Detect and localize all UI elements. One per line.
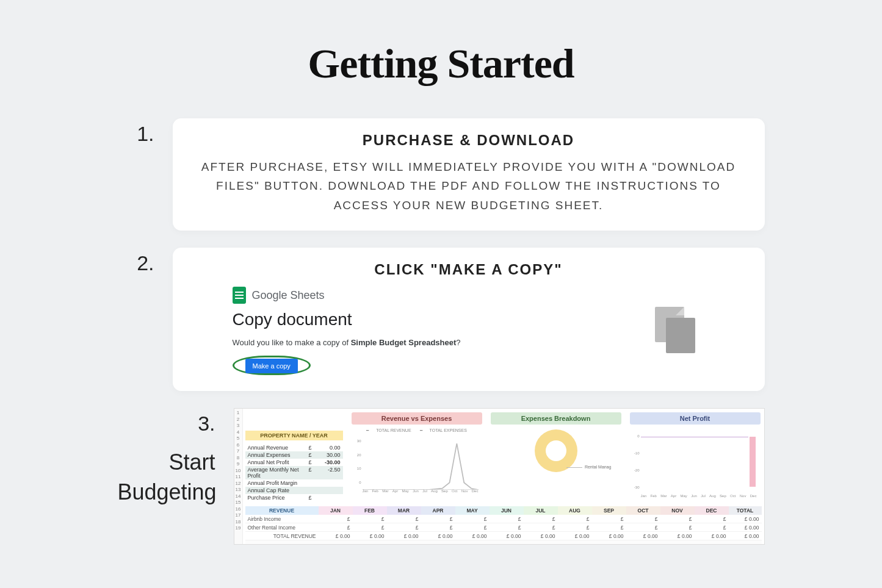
- chart-netprofit-title: Net Profit: [630, 412, 761, 425]
- month-header: APR: [421, 506, 455, 515]
- row-number: 10: [234, 468, 242, 475]
- metric-row: Annual Net Profit £ -30.00: [245, 459, 343, 466]
- chart-expbreak-title: Expenses Breakdown: [491, 412, 621, 425]
- revenue-cell: £: [353, 515, 387, 523]
- metric-currency: £: [309, 467, 316, 479]
- step-3: 3. Start Budgeting 123456789101112131415…: [118, 408, 765, 545]
- metric-row: Annual Profit Margin: [245, 479, 343, 487]
- revenue-cell: £: [592, 523, 626, 532]
- total-revenue-cell: £ 0.00: [421, 532, 455, 540]
- axis-month: Oct: [452, 489, 457, 493]
- total-revenue-cell: £ 0.00: [353, 532, 387, 540]
- total-revenue-cell: £ 0.00: [558, 532, 592, 540]
- metrics-panel: PROPERTY NAME / YEAR Annual Revenue £ 0.…: [245, 412, 343, 501]
- revenue-cell: £: [626, 523, 660, 532]
- month-header: REVENUE: [245, 506, 319, 515]
- month-header: JUL: [524, 506, 558, 515]
- metric-value: -30.00: [316, 459, 341, 465]
- total-revenue-cell: £ 0.00: [524, 532, 558, 540]
- chart-revenue-vs-expenses: Revenue vs Expenses ━TOTAL REVENUE ━TOTA…: [352, 412, 482, 494]
- step-1-card: PURCHASE & DOWNLOAD AFTER PURCHASE, ETSY…: [173, 118, 765, 231]
- revenue-cell: £: [558, 515, 592, 523]
- metric-label: Annual Profit Margin: [248, 480, 309, 486]
- make-a-copy-button[interactable]: Make a copy: [245, 359, 298, 373]
- axis-month: Jun: [413, 489, 419, 493]
- google-sheets-label: Google Sheets: [252, 289, 325, 302]
- row-number: 7: [234, 448, 242, 455]
- copy-document-question: Would you like to make a copy of Simple …: [233, 338, 650, 347]
- step-3-number: 3.: [118, 412, 215, 436]
- metric-currency: [309, 480, 316, 486]
- axis-tick: 30: [353, 439, 361, 443]
- revenue-row-label: Other Rental Income: [245, 523, 319, 532]
- axis-month: Oct: [730, 494, 736, 498]
- revenue-cell: £: [660, 523, 695, 532]
- axis-tick: 20: [353, 453, 361, 457]
- legend-total-expenses: TOTAL EXPENSES: [430, 428, 467, 432]
- metric-value: -2.50: [316, 467, 341, 479]
- revenue-row-total: £ 0.00: [729, 515, 762, 523]
- month-header: SEP: [592, 506, 626, 515]
- axis-month: Sep: [441, 489, 448, 493]
- step-3-label: 3. Start Budgeting: [118, 408, 234, 507]
- copy-question-suffix: ?: [456, 338, 460, 347]
- month-header: JUN: [490, 506, 524, 515]
- metric-label: Annual Net Profit: [248, 459, 309, 465]
- axis-month: Apr: [392, 489, 398, 493]
- axis-month: May: [402, 489, 408, 493]
- metric-label: Purchase Price: [248, 495, 309, 501]
- total-revenue-cell: £ 0.00: [490, 532, 524, 540]
- axis-month: May: [680, 494, 687, 498]
- row-number: 9: [234, 461, 242, 468]
- row-number: 4: [234, 429, 242, 436]
- metric-label: Annual Revenue: [248, 445, 309, 451]
- row-number: 17: [234, 512, 242, 519]
- metric-value: 0.00: [316, 445, 341, 451]
- step-1-card-body: AFTER PURCHASE, ETSY WILL IMMEDIATELY PR…: [196, 157, 742, 215]
- chart-revexp-title: Revenue vs Expenses: [352, 412, 482, 425]
- netprofit-line-icon: [641, 437, 748, 437]
- month-header: JAN: [319, 506, 353, 515]
- metric-label: Annual Expenses: [248, 452, 309, 458]
- revenue-cell: £: [524, 515, 558, 523]
- revenue-cell: £: [421, 515, 455, 523]
- chart-net-profit: Net Profit 0-10-20-30 JanFebMarAprMayJun…: [630, 412, 761, 499]
- total-revenue-total: £ 0.00: [729, 532, 762, 540]
- metric-label: Annual Cap Rate: [248, 487, 309, 493]
- row-number: 5: [234, 436, 242, 442]
- total-revenue-cell: £ 0.00: [660, 532, 695, 540]
- axis-tick: 0: [353, 481, 361, 484]
- metric-value: [316, 495, 341, 501]
- chart-revexp-legend: ━TOTAL REVENUE ━TOTAL EXPENSES: [352, 428, 482, 433]
- revenue-cell: £: [353, 523, 387, 532]
- metric-label: Average Monthly Net Profit: [248, 467, 309, 479]
- row-number: 16: [234, 506, 242, 513]
- revenue-cell: £: [421, 523, 455, 532]
- copy-question-docname: Simple Budget Spreadsheet: [351, 338, 457, 347]
- steps-container: 1. PURCHASE & DOWNLOAD AFTER PURCHASE, E…: [118, 118, 765, 545]
- revenue-cell: £: [455, 515, 490, 523]
- axis-month: Jul: [701, 494, 706, 498]
- axis-tick: -10: [631, 451, 640, 455]
- revenue-cell: £: [524, 523, 558, 532]
- step-3-word-2: Budgeting: [118, 478, 215, 507]
- axis-tick: 10: [353, 467, 361, 470]
- donut-chart-icon: Rental Manag: [535, 429, 577, 472]
- row-number: 18: [234, 519, 242, 526]
- axis-month: Feb: [372, 489, 378, 493]
- chart-expenses-breakdown: Expenses Breakdown Rental Manag: [491, 412, 621, 500]
- revenue-cell: £: [490, 523, 524, 532]
- revenue-cell: £: [319, 515, 353, 523]
- row-number: 13: [234, 487, 242, 493]
- row-number: 12: [234, 481, 242, 487]
- axis-month: Nov: [461, 489, 468, 493]
- revenue-cell: £: [455, 523, 490, 532]
- axis-month: Nov: [740, 494, 746, 498]
- axis-month: Mar: [660, 494, 667, 498]
- step-3-word-1: Start: [118, 448, 215, 478]
- row-number: 1: [234, 410, 242, 417]
- revenue-cell: £: [387, 515, 421, 523]
- row-number: 3: [234, 423, 242, 429]
- total-revenue-label: TOTAL REVENUE: [245, 532, 319, 540]
- month-header: FEB: [353, 506, 387, 515]
